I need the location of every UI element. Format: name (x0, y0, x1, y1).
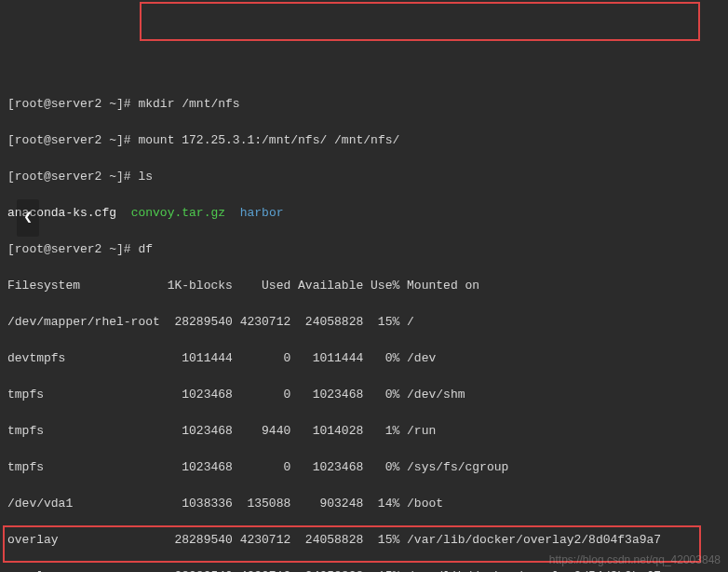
table-row: tmpfs 1023468 9440 1014028 1% /run (7, 422, 721, 441)
prompt: [root@server2 ~]# (7, 242, 131, 256)
cmd-line-ls: [root@server2 ~]# ls (7, 168, 721, 186)
prompt: [root@server2 ~]# (7, 170, 131, 184)
command-text: mkdir /mnt/nfs (138, 97, 239, 111)
highlight-box (140, 2, 700, 41)
file: harbor (240, 206, 284, 220)
table-row: devtmpfs 1011444 0 1011444 0% /dev (7, 349, 721, 368)
terminal-output[interactable]: [root@server2 ~]# mkdir /mnt/nfs [root@s… (7, 76, 721, 572)
cmd-line-df: [root@server2 ~]# df (7, 240, 721, 259)
cmd-line-mkdir: [root@server2 ~]# mkdir /mnt/nfs (7, 95, 721, 114)
table-row: /dev/mapper/rhel-root 28289540 4230712 2… (7, 313, 721, 332)
prev-arrow-button[interactable]: ❮ (17, 199, 39, 237)
watermark-text: https://blog.csdn.net/qq_42003848 (549, 552, 721, 568)
cmd-line-mount: [root@server2 ~]# mount 172.25.3.1:/mnt/… (7, 131, 721, 150)
prompt: [root@server2 ~]# (7, 97, 131, 111)
ls-output: anaconda-ks.cfg convoy.tar.gz harbor (7, 204, 721, 223)
table-row: overlay 28289540 4230712 24058828 15% /v… (7, 531, 721, 550)
table-row: /dev/vda1 1038336 135088 903248 14% /boo… (7, 495, 721, 513)
table-row: tmpfs 1023468 0 1023468 0% /dev/shm (7, 386, 721, 404)
df-header: Filesystem 1K-blocks Used Available Use%… (7, 277, 721, 295)
command-text: ls (138, 170, 153, 184)
command-text: df (138, 242, 153, 256)
table-row: tmpfs 1023468 0 1023468 0% /sys/fs/cgrou… (7, 458, 721, 477)
file: convoy.tar.gz (131, 206, 225, 220)
prompt: [root@server2 ~]# (7, 133, 131, 147)
command-text: mount 172.25.3.1:/mnt/nfs/ /mnt/nfs/ (138, 133, 399, 147)
